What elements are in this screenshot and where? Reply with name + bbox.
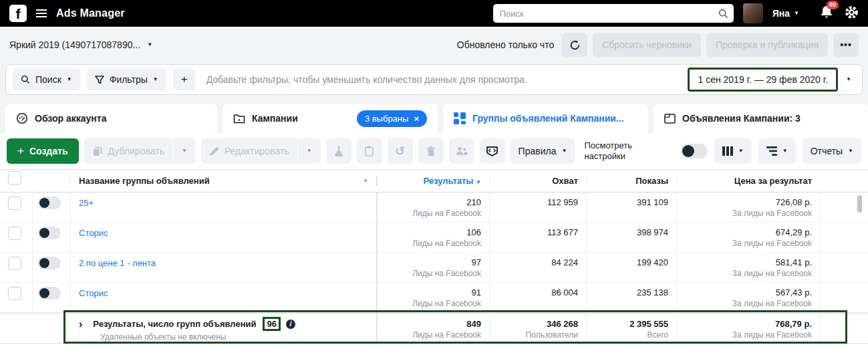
results-sublabel: Лиды на Facebook	[385, 208, 481, 219]
select-all-checkbox[interactable]	[8, 171, 21, 185]
rules-dropdown[interactable]: Правила ▼	[511, 138, 575, 164]
column-header-name[interactable]: Название группы объявлений ▼	[70, 176, 376, 186]
results-value: 106	[385, 227, 481, 238]
review-publish-button[interactable]: Проверка и публикация	[706, 33, 828, 57]
more-options-button[interactable]: •••	[833, 33, 859, 57]
toolbar-right-group: ▼ ▼ Отчеты ▼	[681, 138, 861, 164]
row-checkbox[interactable]	[8, 227, 21, 240]
row-checkbox[interactable]	[8, 257, 21, 270]
create-button[interactable]: + Создать	[7, 138, 79, 164]
cost-sublabel: За лиды на Facebook	[685, 238, 812, 249]
duplicate-button[interactable]: Дублировать	[84, 138, 172, 164]
view-toggle[interactable]	[681, 144, 708, 158]
app-title: Ads Manager	[56, 7, 125, 19]
view-settings-link[interactable]: Посмотреть настройки	[584, 140, 648, 162]
tab-account-overview[interactable]: Обзор аккаунта	[5, 104, 217, 133]
clipboard-icon	[365, 146, 374, 156]
search-filter-label: Поиск	[35, 74, 61, 85]
ab-test-button[interactable]	[326, 138, 351, 164]
search-icon	[718, 9, 728, 21]
adset-status-toggle[interactable]	[38, 257, 61, 269]
column-header-results[interactable]: Результаты ▼	[376, 176, 489, 186]
reports-dropdown[interactable]: Отчеты ▼	[803, 138, 861, 164]
tab-ads[interactable]: Объявления Кампании: 3	[654, 104, 868, 133]
duplicate-caret-button[interactable]: ▼	[173, 138, 196, 164]
adset-name-link[interactable]: Сторис	[79, 287, 108, 298]
reach-value: 113 677	[498, 227, 578, 238]
pixel-icon	[486, 146, 498, 157]
summary-impressions-value: 2 395 555	[595, 318, 668, 330]
refresh-button[interactable]	[562, 33, 587, 57]
edit-button[interactable]: Редактировать	[201, 138, 297, 164]
date-range-caret-icon[interactable]: ▼	[846, 77, 851, 82]
close-icon[interactable]: ×	[414, 114, 419, 124]
column-header-reach[interactable]: Охват	[489, 176, 586, 186]
undo-button[interactable]: ↺	[388, 138, 413, 164]
adset-status-toggle[interactable]	[38, 227, 61, 239]
chevron-down-icon: ▼	[67, 77, 72, 82]
cost-value: 581,41 р.	[685, 257, 812, 268]
breakdown-icon	[766, 146, 777, 156]
chevron-down-icon: ▼	[147, 42, 152, 47]
table-row: Сторис 106Лиды на Facebook 113 677 398 9…	[0, 223, 868, 253]
reports-label: Отчеты	[811, 146, 843, 156]
facebook-logo-icon[interactable]: f	[9, 5, 27, 22]
adset-name-link[interactable]: Сторис	[79, 227, 108, 238]
column-header-impressions[interactable]: Показы	[586, 176, 676, 186]
global-search-input[interactable]	[493, 4, 734, 23]
search-filter-dropdown[interactable]: Поиск ▼	[13, 68, 80, 91]
adset-name-link[interactable]: 2 по цене 1 - лента	[79, 257, 156, 268]
delete-button[interactable]	[418, 138, 444, 164]
vertical-scrollbar-thumb[interactable]	[857, 195, 862, 213]
tab-label: Кампании	[252, 113, 298, 124]
selected-count-badge[interactable]: 3 выбраны ×	[357, 110, 427, 127]
user-avatar[interactable]	[743, 3, 763, 23]
user-menu[interactable]: Яна ▼	[772, 8, 799, 19]
results-value: 97	[385, 257, 481, 268]
filters-dropdown[interactable]: Фильтры ▼	[87, 68, 166, 91]
refresh-icon	[569, 39, 581, 51]
column-header-cost[interactable]: Цена за результат	[676, 176, 820, 186]
toggle-knob	[39, 288, 49, 298]
cost-value: 726,08 р.	[685, 197, 812, 208]
info-icon[interactable]: i	[286, 320, 295, 329]
user-name-label: Яна	[772, 8, 790, 19]
breakdown-dropdown[interactable]: ▼	[758, 138, 796, 164]
undo-icon: ↺	[395, 144, 405, 158]
notifications-button[interactable]: 99	[821, 5, 833, 21]
expand-chevron-icon[interactable]: ›	[79, 320, 82, 328]
table-summary-row: › Результаты, число групп объявлений 96 …	[0, 313, 868, 344]
cost-sublabel: За лиды на Facebook	[685, 268, 812, 279]
filter-hint-text: Добавьте фильтры, чтобы уменьшить количе…	[206, 74, 682, 85]
results-value: 91	[385, 287, 481, 298]
clipboard-button[interactable]	[357, 138, 382, 164]
pixel-button[interactable]	[480, 138, 505, 164]
date-range-selector[interactable]: 1 сен 2019 г. — 29 фев 2020 г.	[688, 68, 838, 92]
results-value: 210	[385, 197, 481, 208]
edit-caret-button[interactable]: ▼	[298, 138, 321, 164]
hamburger-menu-icon[interactable]	[36, 9, 47, 17]
adset-status-toggle[interactable]	[38, 197, 61, 209]
top-navigation-bar: f Ads Manager Яна ▼ 99	[0, 0, 868, 27]
settings-gear-icon[interactable]	[845, 5, 859, 22]
columns-icon	[722, 146, 733, 156]
results-sublabel: Лиды на Facebook	[385, 268, 481, 279]
impressions-value: 398 974	[595, 227, 668, 238]
duplicate-split-button: Дублировать ▼	[84, 138, 196, 164]
create-label: Создать	[29, 146, 68, 156]
flask-icon	[334, 146, 343, 156]
discard-drafts-button[interactable]: Сбросить черновики	[593, 33, 701, 57]
columns-dropdown[interactable]: ▼	[714, 138, 752, 164]
adset-status-toggle[interactable]	[38, 287, 61, 300]
duplicate-label: Дублировать	[108, 146, 164, 156]
summary-title: Результаты, число групп объявлений	[93, 319, 256, 329]
tab-ad-sets[interactable]: Группы объявлений Кампании...	[443, 104, 648, 133]
add-filter-button[interactable]: +	[173, 68, 196, 91]
tab-campaigns[interactable]: Кампании 3 выбраны ×	[223, 104, 438, 133]
account-selector[interactable]: Яркий 2019 (1490717087890... ▼	[9, 39, 152, 50]
filter-bar: Поиск ▼ Фильтры ▼ + Добавьте фильтры, чт…	[5, 64, 863, 95]
row-checkbox[interactable]	[8, 287, 21, 300]
row-checkbox[interactable]	[8, 197, 21, 210]
adset-name-link[interactable]: 25+	[79, 197, 94, 208]
audience-button[interactable]	[449, 138, 474, 164]
